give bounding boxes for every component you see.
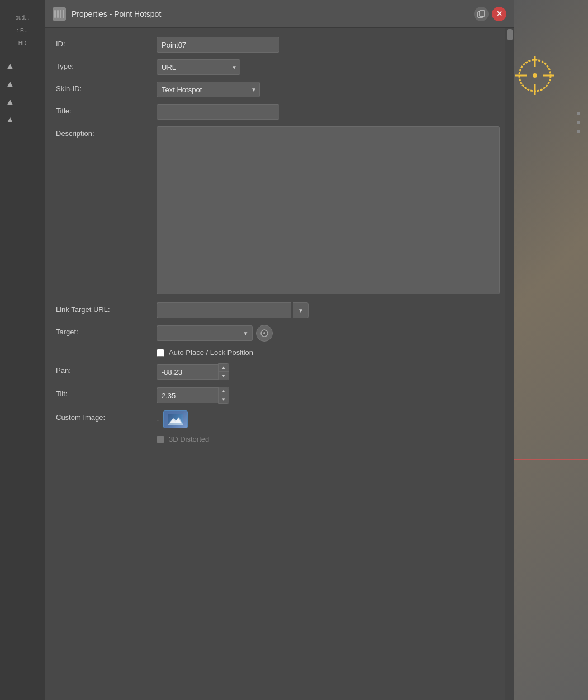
skin-id-select[interactable]: Text Hotspot Default Custom — [157, 82, 260, 97]
viewport-background — [514, 0, 588, 700]
pan-spinner-buttons: ▲ ▼ — [218, 363, 229, 380]
id-input[interactable] — [157, 37, 279, 53]
title-bar-left: Properties - Point Hotspot — [53, 7, 161, 21]
description-row: Description: — [56, 126, 500, 296]
pan-label: Pan: — [56, 363, 157, 375]
scrollbar-thumb[interactable] — [507, 29, 513, 40]
id-label: ID: — [56, 37, 157, 48]
sidebar-item-hd[interactable]: HD — [0, 37, 45, 50]
vertical-dots — [577, 112, 580, 133]
custom-image-row: Custom Image: - — [56, 410, 500, 428]
target-control: ▼ — [157, 325, 500, 342]
red-guide-line — [514, 459, 588, 460]
target-browse-button[interactable] — [256, 325, 273, 342]
url-select-wrapper: ▼ — [293, 302, 309, 318]
target-input[interactable] — [157, 325, 239, 341]
id-control — [157, 37, 500, 53]
target-control-row: ▼ — [157, 325, 500, 342]
pan-control: ▲ ▼ — [157, 363, 500, 380]
custom-image-label: Custom Image: — [56, 410, 157, 422]
description-control — [157, 126, 500, 296]
pan-input[interactable] — [157, 364, 218, 380]
pan-increment-button[interactable]: ▲ — [219, 364, 229, 372]
properties-panel: Properties - Point Hotspot ✕ ID: — [45, 0, 514, 700]
url-row: ▼ — [157, 302, 500, 318]
title-label: Title: — [56, 104, 157, 115]
tilt-decrement-button[interactable]: ▼ — [219, 395, 229, 403]
tilt-input[interactable] — [157, 387, 218, 403]
type-select-wrapper: URL Tour Video Photo Info ▼ — [157, 59, 240, 75]
sidebar-hd-label: HD — [18, 40, 26, 46]
dot-1 — [577, 112, 580, 115]
tilt-row: Tilt: ▲ ▼ — [56, 387, 500, 404]
close-icon: ✕ — [496, 10, 502, 18]
sidebar-arrow-4[interactable]: ▲ — [6, 115, 45, 125]
properties-icon — [53, 7, 66, 21]
pan-decrement-button[interactable]: ▼ — [219, 372, 229, 380]
skin-id-label: Skin-ID: — [56, 82, 157, 93]
target-row: Target: ▼ — [56, 325, 500, 342]
skin-id-row: Skin-ID: Text Hotspot Default Custom ▼ — [56, 82, 500, 97]
close-button[interactable]: ✕ — [492, 7, 506, 21]
pan-spinner: ▲ ▼ — [157, 363, 500, 380]
id-row: ID: — [56, 37, 500, 53]
sidebar-cloud-label: oud... — [15, 15, 29, 21]
target-label: Target: — [56, 325, 157, 336]
svg-rect-5 — [480, 11, 485, 16]
tilt-label: Tilt: — [56, 387, 157, 398]
distorted-label: 3D Distorted — [169, 435, 209, 443]
svg-point-7 — [263, 332, 265, 334]
title-bar-buttons: ✕ — [474, 7, 506, 21]
url-dropdown-button[interactable]: ▼ — [293, 302, 309, 318]
description-label: Description: — [56, 126, 157, 138]
distorted-row: 3D Distorted — [56, 435, 500, 443]
dot-3 — [577, 130, 580, 133]
distorted-checkbox[interactable] — [157, 436, 164, 443]
link-target-url-control: ▼ — [157, 302, 500, 318]
svg-rect-2 — [60, 10, 61, 18]
title-row: Title: — [56, 104, 500, 120]
description-input[interactable] — [157, 126, 500, 294]
type-row: Type: URL Tour Video Photo Info ▼ — [56, 59, 500, 75]
link-target-url-row: Link Target URL: ▼ — [56, 302, 500, 318]
pan-row: Pan: ▲ ▼ — [56, 363, 500, 380]
link-target-url-input[interactable] — [157, 302, 291, 318]
svg-rect-3 — [63, 10, 64, 18]
custom-image-control: - — [157, 410, 500, 428]
crosshair-icon — [515, 56, 554, 95]
auto-place-checkbox[interactable] — [157, 349, 164, 357]
title-bar: Properties - Point Hotspot ✕ — [45, 0, 514, 28]
title-control — [157, 104, 500, 120]
sidebar-arrow-3[interactable]: ▲ — [6, 97, 45, 107]
left-sidebar: oud... : P... HD ▲ ▲ ▲ ▲ — [0, 0, 45, 700]
tilt-increment-button[interactable]: ▲ — [219, 387, 229, 395]
sidebar-item-cloud[interactable]: oud... — [0, 11, 45, 24]
tilt-spinner-buttons: ▲ ▼ — [218, 387, 229, 404]
target-dropdown-button[interactable]: ▼ — [239, 325, 253, 341]
dot-2 — [577, 121, 580, 124]
skin-id-select-wrapper: Text Hotspot Default Custom ▼ — [157, 82, 260, 97]
sidebar-arrow-2[interactable]: ▲ — [6, 79, 45, 89]
custom-image-row-inner: - — [157, 410, 500, 428]
link-target-url-label: Link Target URL: — [56, 302, 157, 314]
form-content: ID: Type: URL Tour Video Photo Info ▼ — [45, 28, 514, 700]
tilt-control: ▲ ▼ — [157, 387, 500, 404]
skin-id-control: Text Hotspot Default Custom ▼ — [157, 82, 500, 97]
window-title: Properties - Point Hotspot — [72, 10, 161, 18]
sidebar-arrow-1[interactable]: ▲ — [6, 61, 45, 71]
type-select[interactable]: URL Tour Video Photo Info — [157, 59, 240, 75]
target-select-wrapper: ▼ — [157, 325, 253, 341]
svg-rect-1 — [57, 10, 59, 18]
auto-place-row: Auto Place / Lock Position — [56, 348, 500, 357]
custom-image-dash: - — [157, 415, 159, 424]
title-input[interactable] — [157, 104, 279, 120]
sidebar-p-label: : P... — [17, 27, 27, 34]
type-control: URL Tour Video Photo Info ▼ — [157, 59, 500, 75]
viewport-panel — [514, 0, 588, 700]
tilt-spinner: ▲ ▼ — [157, 387, 500, 404]
custom-image-button[interactable] — [163, 410, 188, 428]
copy-button[interactable] — [474, 7, 489, 21]
svg-rect-0 — [54, 10, 56, 18]
scrollbar[interactable] — [505, 28, 514, 700]
sidebar-item-p[interactable]: : P... — [0, 24, 45, 37]
